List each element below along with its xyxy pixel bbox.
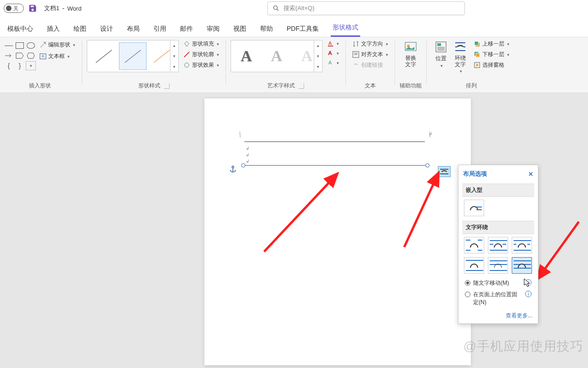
shape-pentagon-icon <box>16 52 24 59</box>
section-wrap: 文字环绕 <box>462 221 534 234</box>
see-more-link[interactable]: 查看更多... <box>458 308 538 321</box>
fill-icon <box>183 40 190 47</box>
send-backward-icon <box>474 51 481 58</box>
wordart-launcher[interactable] <box>299 83 304 89</box>
wordart-more-button[interactable]: ▾ <box>314 61 322 72</box>
text-effects-button[interactable]: A▾ <box>327 59 339 66</box>
watermark-text: @手机应用使用技巧 <box>464 338 583 355</box>
shape-arrow-icon <box>5 52 13 59</box>
svg-text:A: A <box>328 50 332 56</box>
wrap-option-topbottom[interactable] <box>464 257 484 274</box>
app-name: Word <box>68 5 82 12</box>
svg-line-36 <box>537 222 579 279</box>
shape-styles-launcher[interactable] <box>164 83 170 89</box>
wrap-option-square[interactable] <box>464 237 484 253</box>
text-direction-button[interactable]: 文字方向▾ <box>352 40 388 48</box>
group-insert-shapes: { } ▾ 编辑形状▾ A 文本框▾ 插入形状 <box>0 40 80 92</box>
shapes-gallery[interactable]: { } ▾ <box>3 40 37 71</box>
bring-forward-icon <box>474 40 481 47</box>
cursor-icon <box>524 278 531 288</box>
search-box[interactable]: 搜索(Alt+Q) <box>267 1 465 15</box>
styles-up-button[interactable]: ▴ <box>170 40 178 51</box>
tab-help[interactable]: 帮助 <box>258 21 275 37</box>
tab-draw[interactable]: 绘图 <box>72 21 88 37</box>
position-button[interactable]: 位置▾ <box>431 40 451 68</box>
document-page[interactable]: ↲ ↲↲↲ <box>204 98 471 365</box>
wordart-down-button[interactable]: ▾ <box>314 51 322 62</box>
selected-line-shape[interactable] <box>243 165 427 166</box>
layout-options-button[interactable] <box>438 166 451 177</box>
wordart-up-button[interactable]: ▴ <box>314 40 322 51</box>
tab-mail[interactable]: 邮件 <box>178 21 195 37</box>
align-text-icon <box>352 51 359 58</box>
shapes-more-button[interactable]: ▾ <box>26 61 36 70</box>
bring-forward-button[interactable]: 上移一层▾ <box>474 40 509 48</box>
wordart-gallery[interactable]: A A A ▴▾▾ <box>231 40 322 72</box>
styles-more-button[interactable]: ▾ <box>170 61 178 72</box>
text-fill-button[interactable]: A▾ <box>327 40 339 47</box>
group-label-insert-shapes: 插入形状 <box>29 82 51 92</box>
group-label-shape-styles: 形状样式 <box>138 82 170 92</box>
shape-rect-icon <box>16 42 24 49</box>
shape-fill-button[interactable]: 形状填充▾ <box>183 40 219 48</box>
selection-pane-button[interactable]: 选择窗格 <box>474 61 509 69</box>
tab-templates[interactable]: 模板中心 <box>6 21 35 37</box>
edit-shape-icon <box>40 41 46 48</box>
tab-references[interactable]: 引用 <box>152 21 168 37</box>
create-link-button: 创建链接 <box>352 61 388 69</box>
tab-layout[interactable]: 布局 <box>125 21 141 37</box>
autosave-toggle[interactable]: 关 <box>4 4 24 13</box>
svg-text:A: A <box>42 54 45 58</box>
edit-shape-button[interactable]: 编辑形状▾ <box>38 40 77 50</box>
panel-close-button[interactable]: ✕ <box>528 171 533 178</box>
wrap-option-front[interactable] <box>512 257 532 274</box>
textbox-button[interactable]: A 文本框▾ <box>38 52 77 61</box>
page-header-area: ↲ <box>204 98 471 149</box>
text-direction-icon <box>352 40 359 47</box>
group-arrange: 位置▾ 环绕文字▾ 上移一层▾ 下移一层▾ 选择窗格 排列 <box>429 40 514 92</box>
text-outline-button[interactable]: A▾ <box>327 50 339 57</box>
tab-shape-format[interactable]: 形状格式 <box>331 20 360 37</box>
radio-fix-on-page-circle <box>465 292 470 297</box>
shape-brace2-icon: } <box>19 62 21 69</box>
send-backward-button[interactable]: 下移一层▾ <box>474 51 509 58</box>
alt-text-icon <box>404 40 417 53</box>
tab-review[interactable]: 审阅 <box>205 21 221 37</box>
group-label-accessibility: 辅助功能 <box>400 82 422 92</box>
line-handle-end[interactable] <box>425 163 430 167</box>
line-handle-start[interactable] <box>241 163 245 167</box>
radio-fix-on-page[interactable]: 在页面上的位置固定(N) i <box>458 289 538 308</box>
tab-view[interactable]: 视图 <box>232 21 248 37</box>
info-fix-icon[interactable]: i <box>525 291 531 297</box>
tab-pdf[interactable]: PDF工具集 <box>285 21 321 37</box>
shape-effects-button[interactable]: 形状效果▾ <box>183 61 219 69</box>
align-text-button[interactable]: 对齐文本▾ <box>352 51 388 58</box>
wrap-option-through[interactable] <box>512 237 532 253</box>
styles-down-button[interactable]: ▾ <box>170 51 178 62</box>
save-button[interactable] <box>28 3 38 13</box>
outline-icon <box>183 51 190 58</box>
text-effects-icon: A <box>327 59 334 66</box>
shape-line-icon <box>5 46 13 46</box>
wrap-text-button[interactable]: 环绕文字▾ <box>451 40 470 74</box>
position-icon <box>435 40 447 53</box>
group-label-text: 文本 <box>365 82 376 92</box>
section-inline: 嵌入型 <box>462 184 534 197</box>
wrap-option-inline[interactable] <box>464 200 484 216</box>
shape-oval-icon <box>27 42 35 49</box>
autosave-toggle-label: 关 <box>13 5 18 12</box>
tab-insert[interactable]: 插入 <box>45 21 62 37</box>
svg-rect-15 <box>437 43 441 46</box>
wrap-option-tight[interactable] <box>488 237 508 253</box>
radio-fix-on-page-label: 在页面上的位置固定(N) <box>473 291 522 306</box>
search-icon <box>272 5 280 12</box>
wrap-option-behind[interactable] <box>488 257 508 274</box>
svg-rect-6 <box>328 46 333 46</box>
shape-styles-gallery[interactable]: ▴▾▾ <box>87 40 179 72</box>
textbox-icon: A <box>40 53 46 60</box>
tab-design[interactable]: 设计 <box>98 21 115 37</box>
svg-line-1 <box>277 9 278 11</box>
panel-title: 布局选项 <box>463 170 487 178</box>
alt-text-button[interactable]: 替换文字 <box>401 40 420 68</box>
shape-outline-button[interactable]: 形状轮廓▾ <box>183 51 219 58</box>
